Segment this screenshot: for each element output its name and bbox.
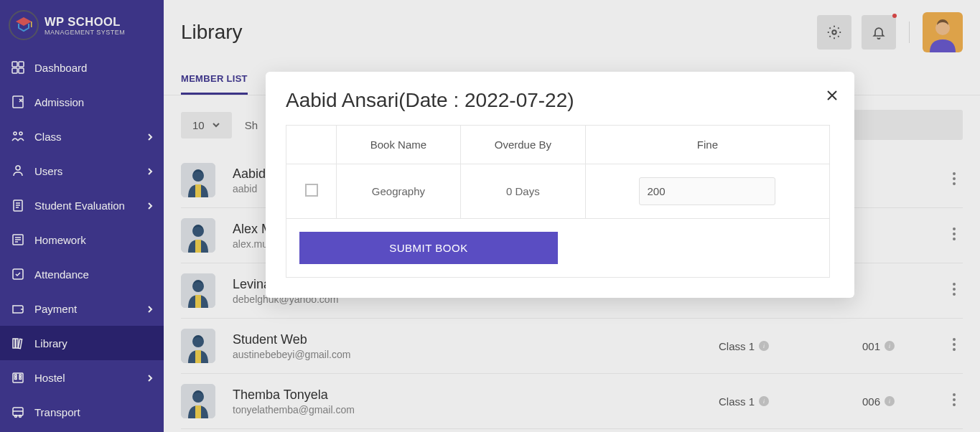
th-book: Book Name [337,126,461,164]
cell-book: Geography [337,164,461,219]
th-overdue: Overdue By [460,126,585,164]
cell-overdue: 0 Days [460,164,585,219]
modal-table: Book Name Overdue By Fine Geography 0 Da… [286,125,830,278]
th-fine: Fine [585,126,829,164]
modal-close-button[interactable] [826,88,839,106]
fine-input[interactable] [639,177,775,205]
submit-book-button[interactable]: SUBMIT BOOK [299,232,558,264]
modal-row: Geography 0 Days [286,164,830,219]
submit-book-modal: Aabid Ansari(Date : 2022-07-22) Book Nam… [266,72,854,298]
modal-title: Aabid Ansari(Date : 2022-07-22) [286,89,834,112]
row-checkbox[interactable] [305,184,318,197]
close-icon [826,89,839,102]
th-select [286,126,337,164]
